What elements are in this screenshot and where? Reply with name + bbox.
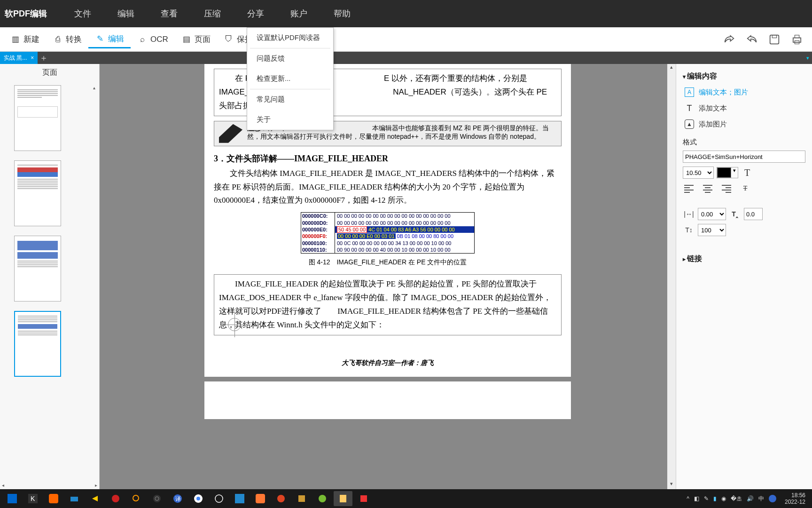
tray-icon[interactable]: ✎ [704,495,709,502]
scroll-left-icon[interactable]: ◂ [2,483,4,489]
help-dropdown: 设置默认PDF阅读器 问题反馈 检查更新... 常见问题 关于 [247,27,334,130]
tray-icon[interactable]: ◧ [694,495,699,502]
document-viewport[interactable]: 在 PE 头中，除了IMAGE_NT_SIGNATURE 以外，还有两个重要的结… [100,64,676,489]
print-icon[interactable] [790,33,804,46]
dd-feedback[interactable]: 问题反馈 [247,48,333,69]
taskbar-app-icon[interactable] [127,491,146,506]
taskbar-app-icon[interactable] [148,491,166,506]
menu-edit[interactable]: 编辑 [104,8,148,19]
section-edit-content[interactable]: 编辑内容 [683,69,805,84]
add-tab-button[interactable]: ＋ [38,52,50,64]
char-scale-input[interactable] [744,208,763,220]
align-left-button[interactable] [683,183,695,195]
taskbar-app-icon[interactable] [334,491,352,506]
scroll-up-icon[interactable]: ▴ [667,64,676,72]
thumbs-hscroll[interactable]: ◂▸ [0,483,99,489]
app-title: 软PDF编辑 [5,8,47,19]
taskbar-app-icon[interactable] [354,491,373,506]
close-icon[interactable]: × [31,55,34,61]
tabstrip-menu-icon[interactable]: ▾ [804,55,812,61]
scroll-up-icon[interactable]: ▴ [91,85,97,92]
menu-compress[interactable]: 压缩 [191,8,234,19]
document-tab[interactable]: 实战 黑... × [0,52,38,64]
char-spacing-input[interactable]: 0.00 [698,208,726,220]
line-height-input[interactable]: 100 [698,224,726,236]
menu-account[interactable]: 账户 [277,8,320,19]
align-center-button[interactable] [702,183,714,195]
tb-page[interactable]: ▤页面 [175,31,217,48]
tray-volume-icon[interactable]: 🔊 [747,495,754,502]
system-tray: ^ ◧ ✎ ▮ ◉ �초 🔊 中 18:56 2022-12 [687,492,809,506]
scroll-down-icon[interactable]: ▾ [667,481,676,489]
menu-help[interactable]: 帮助 [320,8,364,19]
tray-camera-icon[interactable]: ◉ [721,495,726,502]
page-thumbnail[interactable] [14,85,61,151]
tb-edit[interactable]: ✎编辑 [88,31,131,48]
font-color-swatch[interactable] [717,167,731,178]
taskbar-app-icon[interactable] [3,491,22,506]
tray-ime[interactable]: 中 [758,495,764,503]
svg-rect-5 [8,494,17,503]
page-footer: 大飞哥软件自习室—作者：唐飞 [214,359,562,367]
taskbar-app-icon[interactable] [65,491,84,506]
taskbar-app-icon[interactable]: K [23,491,42,506]
page-thumbnail[interactable] [14,311,61,377]
doc-scrollbar[interactable]: ▴ ▾ [667,64,676,489]
pdf-page[interactable] [204,381,571,419]
tb-new[interactable]: ▥新建 [4,31,46,48]
menu-view[interactable]: 查看 [148,8,191,19]
font-family-select[interactable] [683,151,805,163]
pen-icon [219,124,242,143]
redo-icon[interactable] [723,33,736,46]
section-link[interactable]: 链接 [683,251,805,267]
thumbs-scrollbar[interactable]: ▴ [91,85,97,179]
tray-icon[interactable]: ▮ [713,495,717,502]
dd-faq[interactable]: 常见问题 [247,89,333,110]
page-thumbnail[interactable] [14,236,61,302]
undo-icon[interactable] [745,33,758,46]
tray-icon[interactable] [769,495,776,502]
taskbar-app-icon[interactable] [210,491,228,506]
taskbar-app-icon[interactable]: 译 [168,491,187,506]
svg-point-11 [112,495,119,502]
add-text-button[interactable]: T添加文本 [683,100,805,116]
add-image-button[interactable]: ▲添加图片 [683,116,805,132]
scroll-right-icon[interactable]: ▸ [95,483,97,489]
menu-share[interactable]: 分享 [234,8,277,19]
align-right-button[interactable] [720,183,733,195]
taskbar-app-icon[interactable] [313,491,332,506]
taskbar-app-icon[interactable] [251,491,270,506]
taskbar-app-icon[interactable] [292,491,311,506]
svg-text:译: 译 [175,496,181,502]
svg-rect-23 [298,495,305,502]
dd-default-reader[interactable]: 设置默认PDF阅读器 [247,28,333,48]
toolbar: ▥新建 ⎙转换 ✎编辑 ⌕OCR ▤页面 ⛉保护 ✐签名 设置默认PDF阅读器 … [0,27,812,52]
taskbar-chrome-icon[interactable] [189,491,208,506]
menu-file[interactable]: 文件 [61,8,104,19]
hex-dump: 000000C0:00 00 00 00 00 00 00 00 00 00 0… [301,212,475,254]
menu-bar: 软PDF编辑 文件 编辑 查看 压缩 分享 账户 帮助 [0,0,812,27]
tray-wifi-icon[interactable]: �초 [731,495,742,503]
strikethrough-icon[interactable]: T [739,183,751,195]
save-icon[interactable] [768,33,781,46]
page-thumbnail[interactable] [14,160,61,226]
chevron-down-icon[interactable]: ▾ [731,167,738,178]
tb-ocr[interactable]: ⌕OCR [131,32,175,48]
edit-text-image-button[interactable]: A编辑文本；图片 [683,84,805,100]
heading: 3．文件头部详解——IMAGE_FILE_HEADER [214,153,562,164]
dd-check-update[interactable]: 检查更新... [247,69,333,89]
dd-about[interactable]: 关于 [247,110,333,130]
taskbar-app-icon[interactable] [86,491,104,506]
taskbar-app-icon[interactable] [44,491,63,506]
taskbar-clock[interactable]: 18:56 2022-12 [781,492,809,506]
taskbar-app-icon[interactable] [106,491,125,506]
bold-icon[interactable]: T [741,167,753,179]
svg-point-22 [277,495,285,502]
tray-chevron-icon[interactable]: ^ [687,495,689,502]
font-size-select[interactable]: 10.50 [683,167,714,179]
taskbar-app-icon[interactable] [272,491,290,506]
windows-taskbar: K 译 ^ ◧ ✎ ▮ ◉ �초 🔊 中 18:56 2022-12 [0,489,812,508]
taskbar-app-icon[interactable] [230,491,249,506]
tb-convert[interactable]: ⎙转换 [46,31,88,48]
edit-cursor-icon [228,318,241,331]
